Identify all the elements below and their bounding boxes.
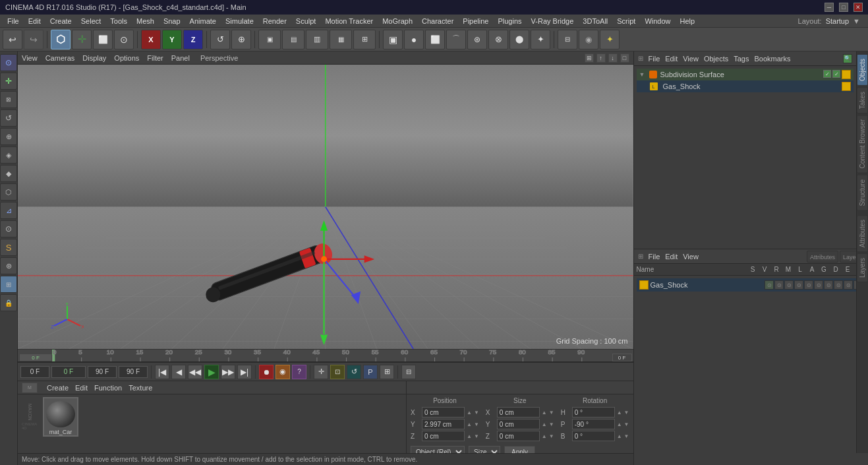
viewport-icon-1[interactable]: ⊞: [585, 53, 594, 63]
autokey-btn[interactable]: ◉: [275, 365, 290, 379]
menu-edit[interactable]: Edit: [24, 15, 45, 28]
spline-btn[interactable]: ⌒: [446, 30, 466, 49]
menu-mograph[interactable]: MoGraph: [378, 15, 417, 28]
size-y-down[interactable]: ▼: [549, 421, 554, 427]
menu-mesh[interactable]: Mesh: [132, 15, 159, 28]
menu-script[interactable]: Script: [612, 15, 640, 28]
viewport-icon-3[interactable]: ↓: [608, 53, 618, 63]
deformer-btn[interactable]: ⊗: [488, 30, 508, 49]
material-swatch-mat-car[interactable]: mat_Car: [43, 397, 78, 437]
pos-y-down[interactable]: ▼: [474, 421, 479, 427]
minimize-btn[interactable]: ─: [825, 3, 834, 12]
ik-btn[interactable]: ⊡: [330, 365, 345, 379]
obj-expand-icon[interactable]: ▼: [639, 71, 646, 78]
play-btn[interactable]: ▶: [204, 365, 219, 379]
object-mode-btn[interactable]: ✛: [72, 30, 92, 49]
keying-btn[interactable]: ⊟: [401, 365, 416, 379]
mat-menu-function[interactable]: Function: [94, 384, 122, 392]
mat-menu-texture[interactable]: Texture: [129, 384, 152, 392]
pos-x-up[interactable]: ▲: [467, 410, 472, 416]
rot-b-down[interactable]: ▼: [624, 433, 629, 439]
record-btn[interactable]: ⏺: [259, 365, 274, 379]
menu-motion-tracker[interactable]: Motion Tracker: [320, 15, 378, 28]
render-settings-btn[interactable]: ▥: [306, 30, 328, 49]
render-view-btn[interactable]: ▤: [282, 30, 304, 49]
select-tool-btn[interactable]: ⊙: [0, 54, 17, 71]
tab-takes[interactable]: Takes: [857, 87, 868, 113]
window-controls[interactable]: ─ □ ✕: [825, 3, 863, 12]
menu-vray-bridge[interactable]: V-Ray Bridge: [527, 15, 579, 28]
viewport-menu-filter[interactable]: Filter: [147, 54, 163, 62]
redo-btn[interactable]: ↪: [24, 30, 43, 49]
timeline-ruler[interactable]: 0 F 0 5 10 15 20 25 30: [18, 349, 633, 362]
obj-visible-check[interactable]: ✓: [823, 70, 831, 78]
menu-file[interactable]: File: [3, 15, 24, 28]
tool11-btn[interactable]: ⊛: [0, 257, 17, 274]
attr-tab-attributes[interactable]: Attributes: [807, 251, 838, 263]
tab-layers[interactable]: Layers: [857, 253, 868, 282]
render-region-btn[interactable]: ▣: [258, 30, 281, 49]
gas-shock-g-btn[interactable]: ⊙: [824, 280, 833, 290]
pos-x-down[interactable]: ▼: [474, 410, 479, 416]
tab-structure[interactable]: Structure: [857, 175, 868, 211]
menu-window[interactable]: Window: [640, 15, 675, 28]
extra-btn[interactable]: ⊞: [380, 365, 394, 379]
rot-p-down[interactable]: ▼: [624, 421, 629, 427]
obj-menu-objects[interactable]: Objects: [704, 55, 728, 63]
rotate-btn[interactable]: ↺: [210, 30, 230, 49]
tab-content-browser[interactable]: Content Browser: [857, 115, 868, 173]
mat-menu-edit[interactable]: Edit: [75, 384, 88, 392]
tool12-btn[interactable]: ⊞: [0, 276, 17, 293]
pos-z-input[interactable]: [422, 431, 465, 441]
obj-search-icon[interactable]: 🔍: [843, 54, 852, 63]
sky-btn[interactable]: ◉: [579, 30, 598, 49]
next-frame-btn[interactable]: ▶▶: [221, 365, 235, 379]
size-z-up[interactable]: ▲: [542, 433, 547, 439]
lights-btn[interactable]: ✦: [531, 30, 550, 49]
start-frame-input[interactable]: [20, 366, 49, 378]
menu-tools[interactable]: Tools: [105, 15, 132, 28]
key-btn[interactable]: ?: [292, 365, 306, 379]
menu-sculpt[interactable]: Sculpt: [291, 15, 321, 28]
obj-menu-edit[interactable]: Edit: [665, 55, 678, 63]
texture-mode-btn[interactable]: ⬜: [93, 30, 113, 49]
menu-help[interactable]: Help: [676, 15, 700, 28]
size-y-up[interactable]: ▲: [542, 421, 547, 427]
light-btn[interactable]: ✦: [600, 30, 620, 49]
motion-btn[interactable]: ✛: [314, 365, 328, 379]
tool10-btn[interactable]: S: [0, 239, 17, 256]
undo-btn[interactable]: ↩: [3, 30, 22, 49]
play-back-btn[interactable]: ◀◀: [188, 365, 202, 379]
rot-b-up[interactable]: ▲: [617, 433, 622, 439]
rot-p-up[interactable]: ▲: [617, 421, 622, 427]
rotate-tool-btn[interactable]: ↺: [0, 109, 17, 127]
attr-menu-view[interactable]: View: [683, 253, 699, 261]
gas-shock-a-btn[interactable]: ⊙: [814, 280, 823, 290]
render-anim-btn[interactable]: ⊞: [353, 30, 376, 49]
model-mode-btn[interactable]: ⬡: [51, 30, 71, 49]
gas-shock-r-btn[interactable]: ⊙: [784, 280, 794, 290]
obj-color-swatch[interactable]: [842, 70, 851, 79]
mat-menu-create[interactable]: Create: [47, 384, 69, 392]
object-btn[interactable]: ⊕: [0, 128, 17, 145]
camera-btn[interactable]: ⬤: [509, 30, 529, 49]
tool6-btn[interactable]: ◆: [0, 165, 17, 182]
maximize-btn[interactable]: □: [839, 3, 848, 12]
rot-h-down[interactable]: ▼: [624, 410, 629, 416]
x-axis-btn[interactable]: X: [141, 30, 161, 49]
obj-menu-bookmarks[interactable]: Bookmarks: [754, 55, 790, 63]
tool13-btn[interactable]: 🔒: [0, 294, 17, 311]
gas-shock-color-swatch[interactable]: [842, 82, 851, 91]
viewport-menu-cameras[interactable]: Cameras: [45, 54, 75, 62]
gas-shock-l-btn[interactable]: ⊙: [804, 280, 813, 290]
menu-pipeline[interactable]: Pipeline: [458, 15, 493, 28]
tool7-btn[interactable]: ⬡: [0, 183, 17, 201]
tab-attributes[interactable]: Attributes: [857, 215, 868, 252]
point-mode-btn[interactable]: ⊙: [114, 30, 134, 49]
mograph-btn[interactable]: ⊛: [467, 30, 487, 49]
floor-btn[interactable]: ⊟: [558, 30, 577, 49]
goto-start-btn[interactable]: |◀: [155, 365, 169, 379]
end-frame-input1[interactable]: [88, 366, 117, 378]
size-x-input[interactable]: [497, 407, 540, 418]
pos-z-down[interactable]: ▼: [474, 433, 479, 439]
